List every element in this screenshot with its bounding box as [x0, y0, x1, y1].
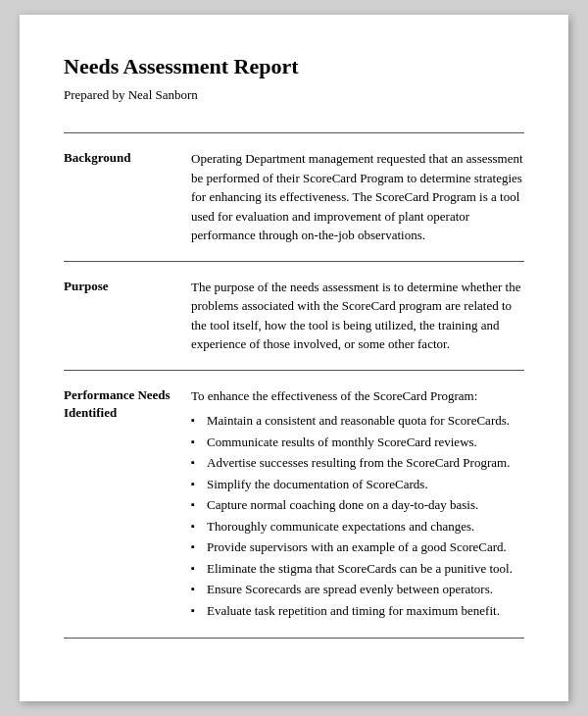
list-item: Maintain a consistent and reasonable quo…	[191, 411, 524, 431]
report-title: Needs Assessment Report	[64, 54, 524, 79]
section-list-performance: Maintain a consistent and reasonable quo…	[191, 411, 524, 620]
section-text-purpose: The purpose of the needs assessment is t…	[191, 278, 524, 354]
section-performance: Performance Needs IdentifiedTo enhance t…	[64, 371, 524, 639]
list-item: Ensure Scorecards are spread evenly betw…	[191, 580, 524, 599]
list-item: Thoroughly communicate expectations and …	[191, 517, 524, 537]
section-text-performance: To enhance the effectiveness of the Scor…	[191, 386, 524, 406]
section-background: BackgroundOperating Department managemen…	[64, 133, 524, 262]
list-item: Communicate results of monthly ScoreCard…	[191, 433, 524, 452]
list-item: Simplify the documentation of ScoreCards…	[191, 475, 524, 494]
section-content-purpose: The purpose of the needs assessment is t…	[191, 278, 524, 354]
section-label-performance: Performance Needs Identified	[64, 386, 191, 623]
section-text-background: Operating Department management requeste…	[191, 149, 524, 245]
list-item: Capture normal coaching done on a day-to…	[191, 495, 524, 515]
list-item: Advertise successes resulting from the S…	[191, 453, 524, 473]
section-label-background: Background	[64, 149, 191, 245]
list-item: Evaluate task repetition and timing for …	[191, 601, 524, 621]
list-item: Provide supervisors with an example of a…	[191, 537, 524, 557]
section-purpose: PurposeThe purpose of the needs assessme…	[64, 262, 524, 371]
prepared-by: Prepared by Neal Sanborn	[64, 87, 524, 103]
section-content-performance: To enhance the effectiveness of the Scor…	[191, 386, 524, 623]
section-label-purpose: Purpose	[64, 278, 191, 354]
section-content-background: Operating Department management requeste…	[191, 149, 524, 245]
report-page: Needs Assessment Report Prepared by Neal…	[20, 15, 568, 701]
list-item: Eliminate the stigma that ScoreCards can…	[191, 559, 524, 579]
